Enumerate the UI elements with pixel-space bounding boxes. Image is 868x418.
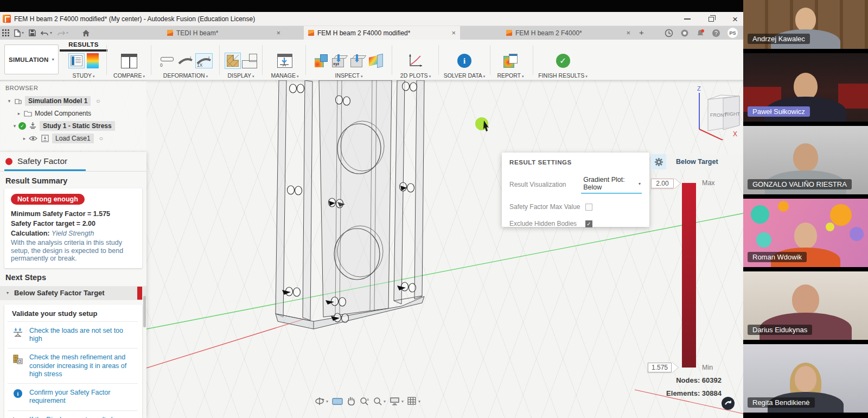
minimize-button[interactable] bbox=[682, 14, 692, 24]
inspect-probe-icon[interactable] bbox=[350, 54, 365, 67]
tree-item-model-components[interactable]: ▸ Model Components bbox=[5, 107, 146, 119]
deformation-dropdown[interactable]: DEFORMATION▾ bbox=[163, 72, 208, 79]
inspect-dropdown[interactable]: INSPECT▾ bbox=[335, 72, 362, 79]
tab-close-icon[interactable]: × bbox=[626, 29, 630, 37]
home-button[interactable] bbox=[82, 29, 90, 37]
user-avatar[interactable]: PS bbox=[727, 28, 738, 38]
save-button[interactable] bbox=[29, 29, 36, 36]
zoom-button[interactable]: ± bbox=[359, 397, 369, 406]
tree-item-label[interactable]: Simulation Model 1 bbox=[25, 96, 91, 106]
collapse-caret-icon[interactable]: ▸ bbox=[21, 136, 28, 141]
tab-fem-h-beam[interactable]: FEM H beam 2 F4000* × bbox=[502, 26, 635, 40]
top-black-strip bbox=[0, 0, 743, 12]
tab-close-icon[interactable]: × bbox=[451, 29, 456, 37]
legend-min-flag[interactable]: 1.575 bbox=[648, 362, 684, 373]
deformation-actual-icon[interactable]: I 1X bbox=[195, 53, 213, 68]
display-settings-button[interactable]: ▾ bbox=[390, 397, 404, 406]
maximize-button[interactable] bbox=[706, 14, 716, 24]
participant-video[interactable]: GONZALO VALIÑO RIESTRA bbox=[743, 126, 868, 194]
legend-max-flag[interactable]: 2.00 bbox=[651, 178, 686, 189]
deformation-zero-label: 0 bbox=[160, 62, 163, 68]
participant-video[interactable]: Paweł Sułkowicz bbox=[743, 53, 868, 122]
participant-video[interactable]: Regita Bendikienė bbox=[743, 344, 868, 413]
result-visualization-dropdown[interactable]: Gradient Plot: Below ▾ bbox=[581, 175, 642, 194]
study-dropdown[interactable]: STUDY▾ bbox=[72, 72, 94, 79]
tree-item-simulation-model[interactable]: ▾ Simulation Model 1 ○ bbox=[5, 94, 146, 107]
tab-fem-h-beam-modified[interactable]: FEM H beam 2 F4000 modified* × bbox=[304, 26, 460, 40]
study-report-icon[interactable] bbox=[68, 53, 85, 68]
manage-dropdown[interactable]: MANAGE▾ bbox=[271, 72, 298, 79]
finish-results-check-icon[interactable]: ✓ bbox=[556, 54, 570, 68]
undo-button[interactable]: ▾ bbox=[41, 30, 52, 36]
collapse-caret-icon[interactable]: ▸ bbox=[15, 111, 23, 116]
manage-icon[interactable] bbox=[277, 54, 292, 68]
safety-factor-max-checkbox[interactable] bbox=[585, 204, 592, 211]
legend-settings-button[interactable] bbox=[651, 154, 666, 169]
tab-tedi-h-beam[interactable]: TEDI H beam* × bbox=[163, 26, 285, 40]
visibility-radio-icon[interactable]: ○ bbox=[99, 135, 103, 142]
ribbon-tab-results[interactable]: RESULTS bbox=[61, 41, 106, 48]
display-mesh-icon[interactable] bbox=[225, 53, 241, 69]
participant-name: Roman Wdowik bbox=[748, 252, 807, 262]
help-icon[interactable]: ? bbox=[712, 29, 720, 37]
deformation-1x-label: 1X bbox=[197, 62, 202, 68]
panel-scrollbar[interactable] bbox=[143, 296, 146, 327]
redo-button[interactable]: ▾ bbox=[57, 30, 68, 36]
step-check-loads[interactable]: Check the loads are not set too high bbox=[8, 321, 138, 349]
deformation-scaled-icon[interactable]: I bbox=[177, 53, 194, 68]
display-wireframe-icon[interactable] bbox=[243, 54, 257, 68]
inspect-slice-plane-icon[interactable] bbox=[369, 54, 383, 67]
participant-video[interactable]: Roman Wdowik bbox=[743, 199, 868, 267]
step-nonlinear-study[interactable]: If the Displacement result shows high di… bbox=[8, 410, 138, 418]
exclude-hidden-bodies-checkbox[interactable]: ✓ bbox=[585, 220, 592, 227]
study-gradient-icon[interactable] bbox=[87, 53, 99, 68]
tree-item-study-1[interactable]: ▾ ✓ Study 1 - Static Stress bbox=[5, 119, 146, 132]
app-grid-button[interactable] bbox=[2, 29, 9, 36]
pan-button[interactable] bbox=[347, 397, 355, 406]
2d-plots-dropdown[interactable]: 2D PLOTS▾ bbox=[400, 72, 431, 79]
legend-max-value: 2.00 bbox=[651, 179, 674, 188]
display-dropdown[interactable]: DISPLAY▾ bbox=[227, 72, 254, 79]
tree-item-label[interactable]: Model Components bbox=[35, 110, 91, 117]
file-menu-button[interactable]: ▾ bbox=[14, 29, 24, 37]
new-tab-button[interactable]: + bbox=[639, 28, 644, 37]
grid-settings-button[interactable]: ▾ bbox=[407, 397, 420, 406]
notifications-bell-icon[interactable] bbox=[696, 29, 705, 37]
inspect-probe-xyz-icon[interactable]: xyz bbox=[332, 54, 346, 67]
step-check-mesh[interactable]: Check the mesh refinement and consider i… bbox=[8, 348, 138, 383]
deformation-undeformed-icon[interactable]: 0 bbox=[158, 53, 176, 68]
next-steps-group-header[interactable]: ▾ Below Safety Factor Target bbox=[0, 286, 146, 300]
fusion-document-icon bbox=[506, 30, 512, 36]
report-icon[interactable] bbox=[503, 54, 518, 68]
tree-item-load-case[interactable]: ▸ Load Case1 ○ bbox=[5, 132, 146, 144]
inspect-result-icon[interactable] bbox=[315, 54, 328, 67]
expand-caret-icon[interactable]: ▾ bbox=[11, 123, 18, 129]
compare-dropdown[interactable]: COMPARE▾ bbox=[113, 72, 145, 79]
expand-caret-icon[interactable]: ▾ bbox=[5, 98, 13, 104]
visibility-radio-icon[interactable]: ○ bbox=[96, 97, 100, 105]
solver-data-dropdown[interactable]: SOLVER DATA▾ bbox=[444, 72, 486, 79]
report-dropdown[interactable]: REPORT▾ bbox=[497, 72, 524, 79]
orbit-button[interactable]: ▾ bbox=[315, 397, 328, 406]
step-confirm-requirement[interactable]: i Confirm your Safety Factor requirement bbox=[8, 383, 138, 410]
2d-plot-icon[interactable] bbox=[407, 53, 424, 68]
workspace-selector[interactable]: SIMULATION ▾ bbox=[4, 45, 59, 74]
fusion-window: FEM H beam 2 F4000 modified* (My center)… bbox=[0, 0, 743, 418]
participant-video[interactable]: Darius Eidukynas bbox=[743, 271, 868, 340]
tab-close-icon[interactable]: × bbox=[276, 29, 280, 37]
z-axis-label: Z bbox=[697, 85, 701, 92]
tree-item-label[interactable]: Study 1 - Static Stress bbox=[40, 121, 115, 131]
fusion-document-icon bbox=[308, 30, 314, 36]
finish-results-dropdown[interactable]: FINISH RESULTS▾ bbox=[538, 72, 588, 79]
tree-item-label[interactable]: Load Case1 bbox=[52, 134, 94, 143]
look-at-button[interactable] bbox=[332, 397, 343, 406]
sync-status-icon[interactable] bbox=[680, 29, 689, 37]
eye-icon[interactable] bbox=[28, 134, 38, 143]
participant-video[interactable]: Andrzej Kawalec bbox=[743, 0, 868, 49]
close-button[interactable]: × bbox=[730, 14, 740, 24]
job-status-icon[interactable] bbox=[665, 29, 673, 37]
view-cube[interactable]: Z FRONT RIGHT X bbox=[692, 83, 743, 140]
fit-button[interactable]: ▾ bbox=[373, 397, 386, 406]
solver-data-info-icon[interactable]: i bbox=[457, 54, 471, 68]
compare-icon[interactable] bbox=[121, 54, 137, 68]
